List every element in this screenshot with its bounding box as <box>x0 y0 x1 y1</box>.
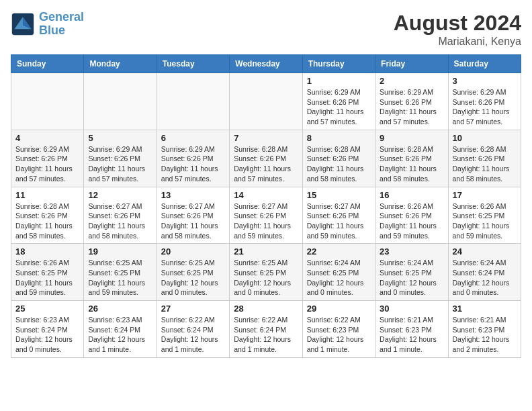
day-info: Sunrise: 6:21 AM Sunset: 6:23 PM Dayligh… <box>380 315 443 355</box>
day-info: Sunrise: 6:25 AM Sunset: 6:25 PM Dayligh… <box>161 258 225 298</box>
day-cell: 9Sunrise: 6:28 AM Sunset: 6:26 PM Daylig… <box>375 130 448 187</box>
day-cell: 4Sunrise: 6:29 AM Sunset: 6:26 PM Daylig… <box>11 130 84 187</box>
day-cell: 10Sunrise: 6:28 AM Sunset: 6:26 PM Dayli… <box>448 130 521 187</box>
day-info: Sunrise: 6:22 AM Sunset: 6:23 PM Dayligh… <box>307 315 371 355</box>
day-cell: 29Sunrise: 6:22 AM Sunset: 6:23 PM Dayli… <box>302 301 375 358</box>
day-info: Sunrise: 6:27 AM Sunset: 6:26 PM Dayligh… <box>161 201 225 241</box>
day-number: 13 <box>161 190 225 200</box>
header-cell-sunday: Sunday <box>11 55 84 73</box>
day-info: Sunrise: 6:25 AM Sunset: 6:25 PM Dayligh… <box>234 258 298 298</box>
header-cell-tuesday: Tuesday <box>157 55 229 73</box>
day-info: Sunrise: 6:29 AM Sunset: 6:26 PM Dayligh… <box>15 144 79 184</box>
day-number: 12 <box>88 190 152 200</box>
logo: General Blue <box>11 11 84 38</box>
day-cell: 19Sunrise: 6:25 AM Sunset: 6:25 PM Dayli… <box>84 244 157 301</box>
day-number: 8 <box>307 133 371 143</box>
day-info: Sunrise: 6:22 AM Sunset: 6:24 PM Dayligh… <box>161 315 225 355</box>
day-number: 31 <box>453 304 517 314</box>
day-info: Sunrise: 6:23 AM Sunset: 6:24 PM Dayligh… <box>88 315 152 355</box>
day-number: 9 <box>380 133 443 143</box>
day-number: 26 <box>88 304 152 314</box>
day-number: 20 <box>161 246 225 257</box>
day-cell: 28Sunrise: 6:22 AM Sunset: 6:24 PM Dayli… <box>230 301 302 358</box>
day-info: Sunrise: 6:28 AM Sunset: 6:26 PM Dayligh… <box>15 201 79 241</box>
day-info: Sunrise: 6:24 AM Sunset: 6:24 PM Dayligh… <box>453 258 517 298</box>
day-number: 2 <box>380 76 443 86</box>
page-header: General Blue August 2024 Mariakani, Keny… <box>11 11 521 48</box>
day-number: 4 <box>15 133 79 143</box>
day-number: 24 <box>453 246 517 257</box>
day-cell <box>157 73 229 130</box>
logo-icon <box>11 12 35 36</box>
day-number: 14 <box>234 190 298 200</box>
location-subtitle: Mariakani, Kenya <box>394 36 521 48</box>
calendar-body: 1Sunrise: 6:29 AM Sunset: 6:26 PM Daylig… <box>11 73 521 358</box>
day-info: Sunrise: 6:28 AM Sunset: 6:26 PM Dayligh… <box>307 144 371 184</box>
day-number: 30 <box>380 304 443 314</box>
day-cell: 27Sunrise: 6:22 AM Sunset: 6:24 PM Dayli… <box>157 301 229 358</box>
day-number: 16 <box>380 190 443 200</box>
day-cell: 22Sunrise: 6:24 AM Sunset: 6:25 PM Dayli… <box>302 244 375 301</box>
logo-text: General Blue <box>39 11 84 38</box>
day-info: Sunrise: 6:27 AM Sunset: 6:26 PM Dayligh… <box>234 201 298 241</box>
day-info: Sunrise: 6:25 AM Sunset: 6:25 PM Dayligh… <box>88 258 152 298</box>
day-info: Sunrise: 6:27 AM Sunset: 6:26 PM Dayligh… <box>88 201 152 241</box>
header-cell-wednesday: Wednesday <box>230 55 302 73</box>
header-cell-monday: Monday <box>84 55 157 73</box>
day-number: 23 <box>380 246 443 257</box>
day-info: Sunrise: 6:24 AM Sunset: 6:25 PM Dayligh… <box>380 258 443 298</box>
day-cell: 6Sunrise: 6:29 AM Sunset: 6:26 PM Daylig… <box>157 130 229 187</box>
day-cell: 17Sunrise: 6:26 AM Sunset: 6:25 PM Dayli… <box>448 187 521 244</box>
month-year-title: August 2024 <box>394 11 521 36</box>
day-info: Sunrise: 6:26 AM Sunset: 6:26 PM Dayligh… <box>380 201 443 241</box>
day-number: 27 <box>161 304 225 314</box>
day-number: 21 <box>234 246 298 257</box>
day-cell <box>11 73 84 130</box>
day-cell: 31Sunrise: 6:21 AM Sunset: 6:23 PM Dayli… <box>448 301 521 358</box>
header-cell-saturday: Saturday <box>448 55 521 73</box>
day-cell: 26Sunrise: 6:23 AM Sunset: 6:24 PM Dayli… <box>84 301 157 358</box>
header-cell-thursday: Thursday <box>302 55 375 73</box>
day-cell: 5Sunrise: 6:29 AM Sunset: 6:26 PM Daylig… <box>84 130 157 187</box>
day-number: 18 <box>15 246 79 257</box>
day-number: 10 <box>453 133 517 143</box>
day-number: 17 <box>453 190 517 200</box>
day-number: 5 <box>88 133 152 143</box>
day-cell: 12Sunrise: 6:27 AM Sunset: 6:26 PM Dayli… <box>84 187 157 244</box>
week-row-3: 18Sunrise: 6:26 AM Sunset: 6:25 PM Dayli… <box>11 244 521 301</box>
day-number: 3 <box>453 76 517 86</box>
week-row-1: 4Sunrise: 6:29 AM Sunset: 6:26 PM Daylig… <box>11 130 521 187</box>
day-info: Sunrise: 6:29 AM Sunset: 6:26 PM Dayligh… <box>88 144 152 184</box>
day-cell: 24Sunrise: 6:24 AM Sunset: 6:24 PM Dayli… <box>448 244 521 301</box>
calendar-table: SundayMondayTuesdayWednesdayThursdayFrid… <box>11 54 521 358</box>
title-block: August 2024 Mariakani, Kenya <box>394 11 521 48</box>
day-info: Sunrise: 6:21 AM Sunset: 6:23 PM Dayligh… <box>453 315 517 355</box>
day-cell: 14Sunrise: 6:27 AM Sunset: 6:26 PM Dayli… <box>230 187 302 244</box>
calendar-header: SundayMondayTuesdayWednesdayThursdayFrid… <box>11 55 521 73</box>
day-info: Sunrise: 6:29 AM Sunset: 6:26 PM Dayligh… <box>307 87 371 127</box>
day-info: Sunrise: 6:27 AM Sunset: 6:26 PM Dayligh… <box>307 201 371 241</box>
day-number: 1 <box>307 76 371 86</box>
day-cell: 11Sunrise: 6:28 AM Sunset: 6:26 PM Dayli… <box>11 187 84 244</box>
day-info: Sunrise: 6:29 AM Sunset: 6:26 PM Dayligh… <box>161 144 225 184</box>
day-info: Sunrise: 6:23 AM Sunset: 6:24 PM Dayligh… <box>15 315 79 355</box>
day-cell: 2Sunrise: 6:29 AM Sunset: 6:26 PM Daylig… <box>375 73 448 130</box>
week-row-4: 25Sunrise: 6:23 AM Sunset: 6:24 PM Dayli… <box>11 301 521 358</box>
day-info: Sunrise: 6:28 AM Sunset: 6:26 PM Dayligh… <box>380 144 443 184</box>
day-info: Sunrise: 6:26 AM Sunset: 6:25 PM Dayligh… <box>15 258 79 298</box>
day-cell <box>84 73 157 130</box>
day-info: Sunrise: 6:22 AM Sunset: 6:24 PM Dayligh… <box>234 315 298 355</box>
day-cell: 18Sunrise: 6:26 AM Sunset: 6:25 PM Dayli… <box>11 244 84 301</box>
day-info: Sunrise: 6:24 AM Sunset: 6:25 PM Dayligh… <box>307 258 371 298</box>
week-row-0: 1Sunrise: 6:29 AM Sunset: 6:26 PM Daylig… <box>11 73 521 130</box>
day-cell: 30Sunrise: 6:21 AM Sunset: 6:23 PM Dayli… <box>375 301 448 358</box>
day-info: Sunrise: 6:26 AM Sunset: 6:25 PM Dayligh… <box>453 201 517 241</box>
header-cell-friday: Friday <box>375 55 448 73</box>
day-number: 11 <box>15 190 79 200</box>
day-cell: 15Sunrise: 6:27 AM Sunset: 6:26 PM Dayli… <box>302 187 375 244</box>
day-number: 19 <box>88 246 152 257</box>
day-number: 29 <box>307 304 371 314</box>
week-row-2: 11Sunrise: 6:28 AM Sunset: 6:26 PM Dayli… <box>11 187 521 244</box>
day-number: 28 <box>234 304 298 314</box>
day-info: Sunrise: 6:29 AM Sunset: 6:26 PM Dayligh… <box>453 87 517 127</box>
